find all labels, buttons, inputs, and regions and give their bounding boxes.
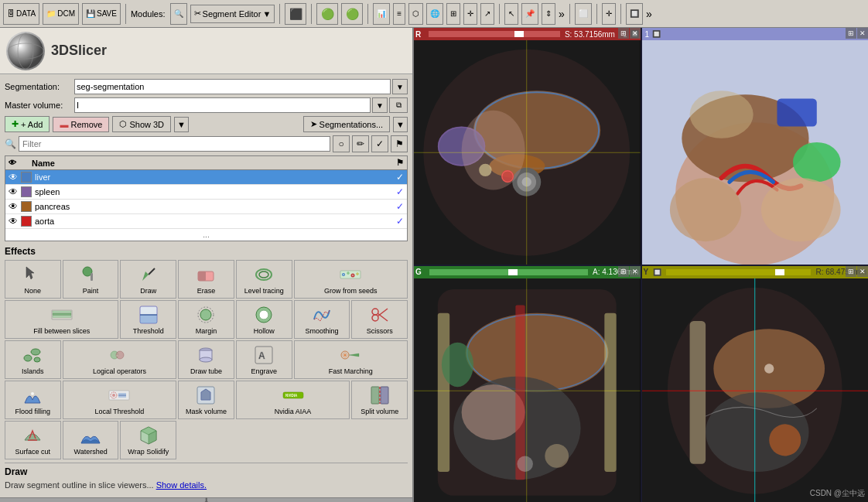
effect-level-tracing[interactable]: Level tracing bbox=[236, 260, 292, 299]
effect-nvidia-aiaa[interactable]: NVIDIA Nvidia AIAA bbox=[236, 381, 350, 419]
effect-watershed[interactable]: Watershed bbox=[63, 421, 119, 459]
effect-fill-between-slices[interactable]: Fill between slices bbox=[5, 300, 118, 339]
effect-mask-volume[interactable]: Mask volume bbox=[178, 381, 234, 419]
filter-input[interactable] bbox=[19, 136, 330, 152]
segment-row-aorta[interactable]: 👁 aorta ✓ bbox=[5, 214, 407, 229]
axial-close-btn[interactable]: ✕ bbox=[630, 28, 641, 39]
fill-between-slices-icon bbox=[51, 304, 73, 326]
effect-local-threshold[interactable]: Local Threshold bbox=[63, 381, 176, 419]
data-btn[interactable]: 🗄 DATA bbox=[3, 3, 39, 25]
effect-smoothing[interactable]: Smoothing bbox=[294, 300, 350, 339]
effect-engrave[interactable]: A A Engrave bbox=[236, 340, 292, 379]
spleen-name: spleen bbox=[35, 187, 396, 196]
effect-logical-operators[interactable]: ∩ Logical operators bbox=[63, 340, 176, 379]
spleen-check-icon: ✓ bbox=[396, 186, 404, 197]
vol-btn[interactable]: 📊 bbox=[373, 3, 390, 25]
cube-btn[interactable]: ⬡ bbox=[408, 3, 423, 25]
axial-pin-btn[interactable]: ⊞ bbox=[618, 28, 629, 39]
sagittal-pin-btn[interactable]: ⊞ bbox=[846, 266, 856, 277]
flood-filling-label: Flood filling bbox=[15, 408, 51, 415]
cross-btn[interactable]: ✛ bbox=[463, 3, 477, 25]
master-volume-dropdown[interactable]: ▼ bbox=[372, 97, 388, 113]
filter-flag-btn[interactable]: ⚑ bbox=[391, 135, 408, 152]
3d-pin-btn[interactable]: ⊞ bbox=[846, 28, 856, 39]
filter-circle-btn[interactable]: ○ bbox=[333, 135, 350, 152]
segment-row-liver[interactable]: 👁 liver ✓ bbox=[5, 170, 407, 185]
remove-segment-btn[interactable]: ▬ Remove bbox=[53, 117, 109, 132]
dcm-icon: 📁 bbox=[46, 9, 56, 18]
scissors-icon bbox=[369, 304, 391, 326]
modules-label: Modules: bbox=[131, 9, 166, 19]
draw-description: Draw segment outline in slice viewers...… bbox=[5, 480, 408, 490]
more-btn[interactable]: » bbox=[559, 8, 565, 20]
segmentation-dropdown[interactable]: ▼ bbox=[392, 79, 408, 94]
show3d-btn[interactable]: ⬡ Show 3D bbox=[112, 116, 171, 132]
hollow-icon bbox=[253, 304, 275, 326]
pin-btn[interactable]: 📌 bbox=[521, 3, 538, 25]
segmentations-dropdown-btn[interactable]: ▼ bbox=[393, 117, 408, 132]
segmentations-btn[interactable]: ➤ Segmentations... bbox=[303, 116, 391, 132]
effect-islands[interactable]: Islands bbox=[5, 340, 61, 379]
pancreas-eye-icon[interactable]: 👁 bbox=[9, 201, 18, 212]
effect-wrap-solidify[interactable]: Wrap Solidify bbox=[120, 421, 176, 459]
search-modules-btn[interactable]: 🔍 bbox=[170, 3, 187, 25]
nav-back-btn[interactable]: 🟢 bbox=[316, 3, 338, 25]
main-layout: 3DSlicer Segmentation: ▼ Master volume: … bbox=[0, 28, 868, 502]
aorta-eye-icon[interactable]: 👁 bbox=[9, 216, 18, 227]
effect-flood-filling[interactable]: Flood filling bbox=[5, 381, 61, 419]
liver-eye-icon[interactable]: 👁 bbox=[9, 172, 18, 183]
effect-none[interactable]: None bbox=[5, 260, 61, 299]
sagittal-close-btn[interactable]: ✕ bbox=[857, 266, 868, 277]
watershed-icon bbox=[80, 425, 101, 446]
effect-paint[interactable]: Paint bbox=[63, 260, 119, 299]
filter-check-btn[interactable]: ✓ bbox=[371, 135, 388, 152]
master-volume-input[interactable] bbox=[74, 97, 371, 113]
arrow-btn[interactable]: ↗ bbox=[480, 3, 494, 25]
segment-row-spleen[interactable]: 👁 spleen ✓ bbox=[5, 185, 407, 200]
dropdown-arrow: ▼ bbox=[262, 9, 271, 19]
data-icon: 🗄 bbox=[7, 9, 15, 18]
fast-marching-label: Fast Marching bbox=[329, 367, 373, 375]
effect-erase[interactable]: Erase bbox=[178, 260, 234, 299]
master-volume-extra[interactable]: ⧉ bbox=[389, 97, 408, 113]
home-btn[interactable]: ⬛ bbox=[285, 3, 306, 25]
effect-hollow[interactable]: Hollow bbox=[236, 300, 292, 339]
screen-btn[interactable]: ⬜ bbox=[575, 3, 592, 25]
svg-point-52 bbox=[112, 394, 115, 397]
spleen-eye-icon[interactable]: 👁 bbox=[9, 186, 18, 197]
effect-grow-from-seeds[interactable]: Grow from seeds bbox=[294, 260, 408, 299]
effect-draw[interactable]: Draw bbox=[120, 260, 176, 299]
globe-btn[interactable]: 🌐 bbox=[426, 3, 443, 25]
nav-forward-btn[interactable]: 🟢 bbox=[341, 3, 363, 25]
filter-pencil-btn[interactable]: ✏ bbox=[352, 135, 369, 152]
show-details-link[interactable]: Show details. bbox=[156, 480, 207, 490]
updown-btn[interactable]: ⇕ bbox=[542, 3, 555, 25]
cursor-btn[interactable]: ↖ bbox=[504, 3, 518, 25]
module-selector[interactable]: ✂ Segment Editor ▼ bbox=[190, 5, 275, 23]
more-btn2[interactable]: » bbox=[646, 8, 652, 20]
3d-orient-icon: 🔲 bbox=[652, 30, 661, 38]
svg-point-34 bbox=[24, 355, 32, 361]
effect-margin[interactable]: Margin bbox=[178, 300, 234, 339]
coronal-close-btn[interactable]: ✕ bbox=[630, 266, 641, 277]
tbl-btn[interactable]: ≡ bbox=[393, 3, 405, 25]
add-segment-btn[interactable]: ✚ + Add bbox=[5, 116, 50, 132]
show3d-dropdown-btn[interactable]: ▼ bbox=[174, 117, 189, 132]
effect-threshold[interactable]: Threshold bbox=[120, 300, 176, 339]
dcm-btn[interactable]: 📁 DCM bbox=[43, 3, 79, 25]
effect-split-volume[interactable]: Split volume bbox=[351, 381, 408, 419]
3d-close-btn[interactable]: ✕ bbox=[857, 28, 868, 39]
segmentation-input[interactable] bbox=[74, 79, 391, 94]
left-scroll-area[interactable]: Segmentation: ▼ Master volume: ▼ ⧉ ✚ + A… bbox=[0, 74, 412, 497]
effect-fast-marching[interactable]: Fast Marching bbox=[294, 340, 408, 379]
compass-btn[interactable]: ✛ bbox=[602, 3, 616, 25]
flag-col-icon: ⚑ bbox=[396, 158, 404, 168]
segment-row-pancreas[interactable]: 👁 pancreas ✓ bbox=[5, 200, 407, 214]
effect-scissors[interactable]: Scissors bbox=[351, 300, 408, 339]
ext-btn[interactable]: 🔲 bbox=[626, 3, 643, 25]
effect-surface-cut[interactable]: Surface cut bbox=[5, 421, 61, 459]
coronal-pin-btn[interactable]: ⊞ bbox=[618, 266, 629, 277]
save-btn[interactable]: 💾 SAVE bbox=[82, 3, 121, 25]
grid-btn[interactable]: ⊞ bbox=[446, 3, 460, 25]
effect-draw-tube[interactable]: Draw tube bbox=[178, 340, 234, 379]
